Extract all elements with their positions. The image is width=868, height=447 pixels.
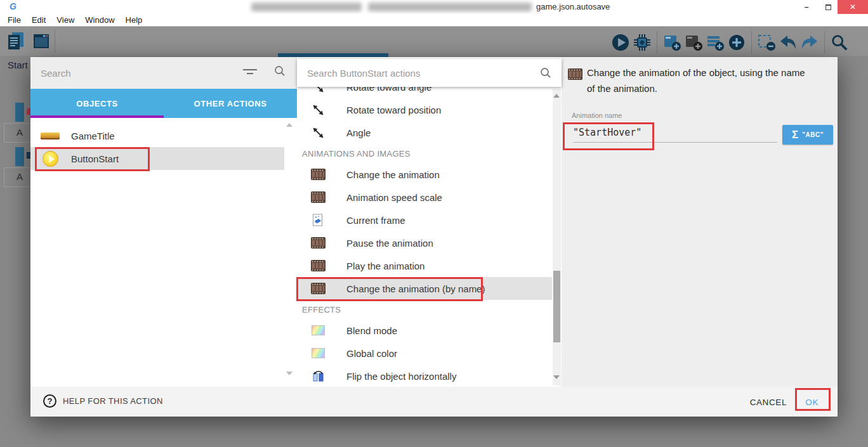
add-event-icon[interactable] (662, 32, 681, 53)
maximize-button[interactable] (819, 0, 838, 14)
action-list-scrollbar[interactable] (553, 89, 561, 385)
add-subevent-icon[interactable] (684, 32, 703, 53)
blurred-path-text (368, 3, 532, 11)
rainbow-icon (310, 348, 326, 358)
object-name: GameTitle (71, 131, 115, 141)
action-label: Change the animation (by name) (346, 283, 485, 294)
action-list-item[interactable]: Global color (297, 342, 552, 365)
action-list-item[interactable]: Flip the object horizontally (297, 365, 552, 387)
menu-item-help[interactable]: Help (123, 15, 145, 25)
objects-panel: OBJECTS OTHER ACTIONS GameTitleButtonSta… (30, 57, 297, 387)
action-list: Rotate toward angleRotate toward positio… (297, 75, 552, 387)
maximize-icon (825, 4, 831, 10)
action-list-item[interactable]: Play the animation (297, 254, 552, 277)
animation-name-label: Animation name (572, 112, 622, 119)
undo-icon[interactable] (779, 32, 798, 53)
events-sheet-background: Start A A (0, 56, 30, 411)
object-list-scrollbar[interactable] (286, 118, 294, 387)
action-description: Change the animation of the object, usin… (587, 65, 809, 96)
project-manager-icon[interactable] (6, 31, 25, 51)
dialog-footer: ? HELP FOR THIS ACTION CANCEL OK (30, 387, 838, 417)
close-button[interactable]: ✕ (838, 0, 868, 14)
action-list-item[interactable]: Blend mode (297, 319, 552, 342)
menu-bar: FileEditViewWindowHelp (0, 14, 868, 27)
scroll-up-arrow[interactable] (553, 94, 560, 98)
action-list-item[interactable]: Pause the animation (297, 231, 552, 254)
help-link[interactable]: ? HELP FOR THIS ACTION (43, 394, 163, 408)
rainbow-icon (310, 325, 326, 335)
action-list-item[interactable]: Animation speed scale (297, 186, 552, 209)
toolbar-separator (55, 30, 55, 53)
action-label: Global color (346, 348, 397, 359)
add-comment-icon[interactable] (706, 32, 725, 53)
delete-selection-icon[interactable] (757, 32, 776, 53)
action-search-bar (297, 59, 562, 87)
film-icon (310, 283, 326, 294)
title-bar: G game.json.autosave – ✕ (0, 0, 868, 14)
search-icon[interactable] (830, 32, 849, 53)
ok-button[interactable]: OK (805, 394, 819, 410)
animation-name-input[interactable] (573, 122, 777, 143)
actions-panel: Rotate toward angleRotate toward positio… (297, 57, 562, 387)
film-icon (568, 68, 582, 82)
action-list-item[interactable]: Angle (297, 121, 552, 144)
rotate-icon (310, 127, 326, 138)
event-condition-bar (15, 103, 24, 122)
event-condition-bar (15, 147, 24, 166)
scrollbar-thumb[interactable] (553, 271, 560, 342)
search-icon (540, 67, 551, 79)
menu-item-edit[interactable]: Edit (29, 15, 48, 25)
action-label: Angle (346, 127, 371, 138)
scroll-down-arrow[interactable] (286, 372, 293, 375)
preview-play-icon[interactable] (611, 32, 630, 53)
action-label: Change the animation (346, 169, 440, 180)
minimize-button[interactable]: – (797, 0, 816, 14)
film-icon (310, 191, 326, 203)
film-icon (310, 260, 326, 271)
action-section-header: ANIMATIONS AND IMAGES (297, 144, 552, 163)
object-name: ButtonStart (71, 153, 119, 164)
tab-other-actions[interactable]: OTHER ACTIONS (164, 89, 297, 118)
scene-tab-label: Start (8, 60, 28, 70)
gametitle-thumb-icon (41, 133, 60, 139)
rotate-icon (310, 105, 326, 115)
frame-icon (310, 214, 326, 226)
action-label: Animation speed scale (346, 192, 442, 203)
gdevelop-logo-icon: G (10, 1, 16, 11)
instruction-editor-dialog: OBJECTS OTHER ACTIONS GameTitleButtonSta… (30, 57, 838, 417)
toolbar-separator (824, 31, 825, 54)
expression-editor-button[interactable]: Σ "ABC" (782, 125, 833, 145)
sigma-icon: Σ (792, 129, 798, 141)
menu-item-file[interactable]: File (5, 15, 23, 25)
menu-item-view[interactable]: View (54, 15, 77, 25)
toolbar-separator (751, 31, 752, 54)
object-list-item[interactable]: ButtonStart (30, 147, 284, 170)
tab-objects[interactable]: OBJECTS (30, 89, 164, 118)
help-icon: ? (43, 394, 56, 408)
scene-editor-icon[interactable] (32, 31, 51, 51)
action-label: Pause the animation (346, 238, 433, 249)
cancel-button[interactable]: CANCEL (750, 394, 787, 410)
help-label: HELP FOR THIS ACTION (63, 396, 163, 406)
flip-icon (310, 370, 326, 382)
menu-item-window[interactable]: Window (82, 15, 117, 25)
action-list-item[interactable]: Change the animation (by name) (297, 277, 552, 300)
action-label: Rotate toward position (346, 105, 441, 115)
action-label: Play the animation (346, 261, 424, 271)
object-search-input[interactable] (41, 65, 231, 81)
action-list-item[interactable]: Rotate toward position (297, 98, 552, 121)
object-list: GameTitleButtonStart (30, 118, 297, 387)
object-list-item[interactable]: GameTitle (30, 124, 284, 147)
action-list-item[interactable]: Current frame (297, 209, 552, 231)
debug-icon[interactable] (633, 32, 652, 53)
add-new-icon[interactable] (727, 32, 746, 53)
action-list-item[interactable]: Change the animation (297, 163, 552, 186)
filter-icon[interactable] (243, 69, 257, 77)
action-search-input[interactable] (307, 65, 523, 81)
scroll-up-arrow[interactable] (286, 123, 293, 127)
action-section-header: EFFECTS (297, 300, 552, 319)
search-icon (274, 65, 286, 77)
action-label: Blend mode (346, 325, 397, 336)
scroll-down-arrow[interactable] (553, 375, 560, 379)
redo-icon[interactable] (800, 32, 819, 53)
